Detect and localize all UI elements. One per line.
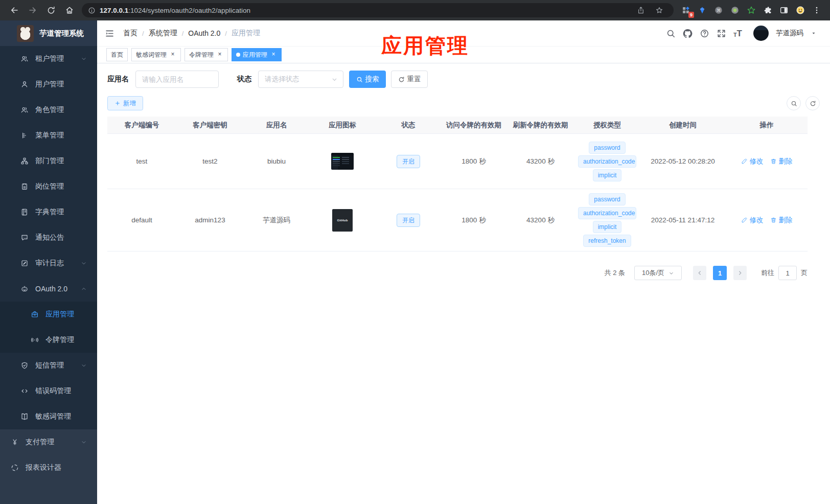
grant-type-tag: implicit [593, 221, 622, 233]
browser-forward-icon[interactable] [28, 6, 37, 15]
menu-tree-icon [20, 131, 29, 140]
split-view-icon[interactable] [776, 3, 792, 18]
trash-icon [770, 158, 777, 165]
sidebar-item-label: 审计日志 [35, 259, 64, 268]
search-icon[interactable] [666, 29, 676, 38]
navbar-actions: TT 芋道源码 [666, 26, 817, 41]
sidebar-item-tenant[interactable]: 租户管理 [0, 46, 97, 72]
site-info-icon[interactable] [88, 7, 96, 14]
command-extension-icon[interactable]: ⌘ [711, 3, 726, 18]
github-icon[interactable] [683, 29, 693, 38]
prev-page-button[interactable] [693, 266, 706, 280]
close-icon[interactable]: × [216, 51, 223, 58]
client-id: default [131, 216, 152, 224]
reset-button[interactable]: 重置 [391, 71, 428, 88]
help-icon[interactable] [700, 29, 709, 38]
refresh-icon [398, 76, 405, 83]
page-unit-label: 页 [801, 268, 808, 278]
breadcrumb-item[interactable]: OAuth 2.0 [188, 29, 220, 37]
grant-types: passwordauthorization_codeimplicitrefres… [578, 193, 636, 247]
sidebar-menu: 租户管理用户管理角色管理菜单管理部门管理岗位管理字典管理通知公告审计日志OAut… [0, 46, 97, 504]
sidebar-item-pay[interactable]: 支付管理 [0, 429, 97, 455]
sidebar-item-sms[interactable]: 短信管理 [0, 353, 97, 378]
sidebar-item-label: 应用管理 [45, 310, 74, 319]
font-size-icon[interactable]: TT [733, 29, 742, 38]
bookmark-star-icon[interactable] [655, 6, 663, 14]
delete-button[interactable]: 删除 [770, 157, 793, 166]
goto-page-input[interactable] [778, 266, 797, 280]
delete-button[interactable]: 删除 [770, 216, 793, 225]
sidebar-item-role[interactable]: 角色管理 [0, 97, 97, 123]
sidebar-item-dict[interactable]: 字典管理 [0, 199, 97, 225]
sidebar-item-error-code[interactable]: 错误码管理 [0, 378, 97, 404]
refresh-table-button[interactable] [805, 96, 820, 110]
tab-token[interactable]: 令牌管理× [185, 48, 228, 61]
pagination-total: 共 2 条 [605, 268, 625, 278]
toggle-search-button[interactable] [787, 96, 801, 110]
edit-button[interactable]: 修改 [741, 157, 764, 166]
chevron-down-icon [668, 270, 674, 276]
browser-home-icon[interactable] [65, 6, 74, 15]
puzzle-extensions-icon[interactable] [760, 3, 775, 18]
browser-back-icon[interactable] [10, 6, 19, 15]
access-token-ttl: 1800 秒 [462, 216, 486, 225]
sitemap-icon [20, 157, 29, 165]
goto-label: 前往 [761, 268, 774, 278]
browser-menu-icon[interactable] [809, 3, 824, 18]
sidebar-item-dept[interactable]: 部门管理 [0, 148, 97, 174]
sidebar-item-report[interactable]: 报表设计器 [0, 455, 97, 480]
fullscreen-icon[interactable] [717, 29, 726, 38]
sidebar-item-oauth2-token[interactable]: 令牌管理 [0, 327, 97, 353]
page-size-select[interactable]: 10条/页 [634, 266, 682, 280]
close-icon[interactable]: × [270, 51, 277, 58]
grant-types: passwordauthorization_codeimplicit [578, 142, 636, 181]
sidebar-item-oauth2[interactable]: OAuth 2.0 [0, 276, 97, 302]
profile-avatar[interactable] [793, 3, 808, 18]
next-page-button[interactable] [733, 266, 747, 280]
sidebar-item-menu[interactable]: 菜单管理 [0, 123, 97, 148]
briefcase-icon [31, 310, 39, 318]
sidebar-collapse-icon[interactable] [105, 29, 114, 38]
app-name: biubiu [267, 157, 286, 165]
user-menu-caret-icon[interactable] [811, 30, 817, 36]
app-name-input[interactable] [135, 71, 219, 88]
share-icon[interactable] [637, 6, 645, 14]
tab-manager-extension-icon[interactable]: 9 [678, 3, 694, 18]
page-number-1[interactable]: 1 [713, 266, 727, 280]
sidebar-item-post[interactable]: 岗位管理 [0, 174, 97, 199]
tab-sensitive-word[interactable]: 敏感词管理× [131, 48, 181, 61]
user-icon [20, 80, 29, 88]
delete-label: 删除 [779, 216, 793, 225]
status-select[interactable]: 请选择状态 [258, 71, 343, 88]
edit-pen-icon [741, 158, 748, 165]
refresh-token-ttl: 43200 秒 [526, 216, 555, 225]
sidebar-item-sensitive-word[interactable]: 敏感词管理 [0, 404, 97, 429]
recorder-extension-icon[interactable] [727, 3, 743, 18]
table-row: defaultadmin123芋道源码GitHub开启1800 秒43200 秒… [107, 189, 808, 251]
trash-icon [770, 217, 777, 223]
sidebar-item-label: 报表设计器 [26, 463, 61, 472]
user-avatar[interactable] [753, 26, 769, 41]
username[interactable]: 芋道源码 [776, 29, 803, 38]
star-extension-icon[interactable] [744, 3, 759, 18]
close-icon[interactable]: × [169, 51, 176, 58]
grant-type-tag: password [589, 193, 625, 205]
access-token-ttl: 1800 秒 [462, 157, 486, 166]
edit-button[interactable]: 修改 [741, 216, 764, 225]
breadcrumb-item[interactable]: 系统管理 [149, 29, 177, 38]
sidebar-item-user[interactable]: 用户管理 [0, 72, 97, 97]
gem-extension-icon[interactable] [695, 3, 710, 18]
tab-application[interactable]: 应用管理× [232, 48, 282, 61]
extension-badge: 9 [688, 12, 694, 18]
sidebar-item-audit-log[interactable]: 审计日志 [0, 250, 97, 276]
search-button[interactable]: 搜索 [349, 71, 386, 88]
add-button[interactable]: 新增 [107, 96, 143, 110]
browser-reload-icon[interactable] [47, 6, 56, 15]
tab-home[interactable]: 首页 [106, 48, 128, 61]
app-logo[interactable]: 芋道管理系统 [0, 20, 97, 46]
address-bar[interactable]: 127.0.0.1:1024/system/oauth2/oauth2/appl… [82, 3, 674, 17]
sidebar-item-notice[interactable]: 通知公告 [0, 225, 97, 250]
sidebar-item-oauth2-application[interactable]: 应用管理 [0, 302, 97, 327]
breadcrumb-item[interactable]: 首页 [123, 29, 137, 38]
chevron-down-icon [81, 260, 87, 266]
